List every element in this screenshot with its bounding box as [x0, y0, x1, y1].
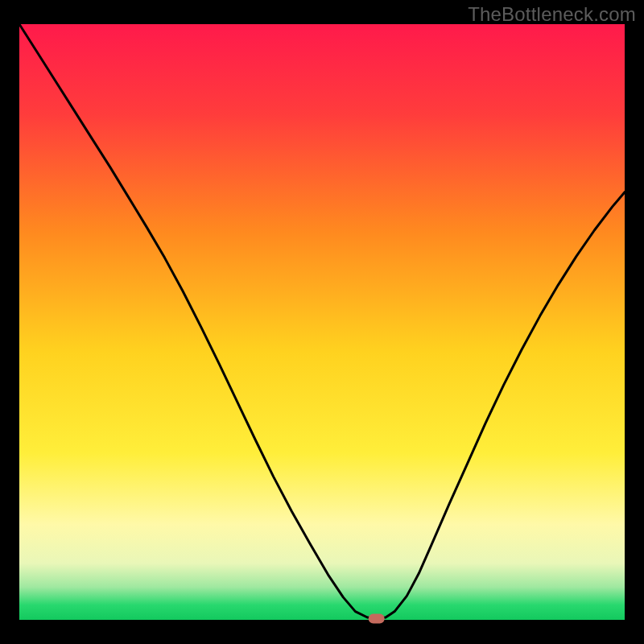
optimal-marker — [369, 614, 385, 624]
watermark-label: TheBottleneck.com — [468, 3, 636, 26]
bottleneck-chart — [0, 0, 644, 644]
gradient-background — [19, 24, 625, 620]
chart-frame: TheBottleneck.com — [0, 0, 644, 644]
